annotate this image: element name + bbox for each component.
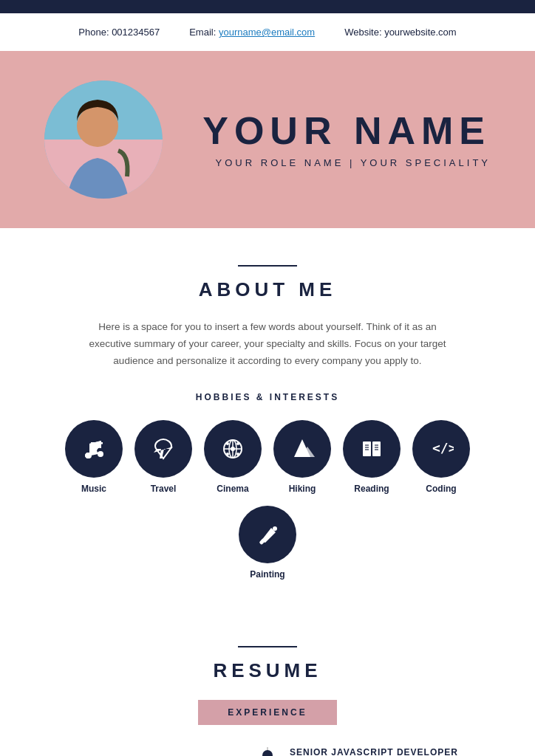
svg-point-13: [236, 442, 239, 445]
resume-section: RESUME EXPERIENCE SENIOR JAVASCRIPT DEVE…: [0, 609, 535, 756]
svg-point-4: [98, 451, 103, 457]
timeline-dot-1: [262, 750, 273, 756]
header-text: YOUR NAME YOUR ROLE NAME | YOUR SPECIALI…: [192, 111, 491, 168]
svg-point-11: [231, 447, 235, 451]
svg-point-12: [226, 442, 229, 445]
phone-text: Phone: 001234567: [78, 27, 160, 38]
experience-badge: EXPERIENCE: [198, 700, 336, 725]
email-label: Email:: [189, 27, 219, 38]
svg-point-29: [273, 526, 277, 531]
svg-text:</>: </>: [432, 440, 454, 456]
about-divider: [238, 265, 297, 267]
svg-point-14: [226, 453, 229, 456]
hobby-coding: </> Coding: [412, 420, 470, 494]
hobby-travel-circle: [134, 420, 192, 478]
hobbies-row: Music Travel: [59, 420, 476, 580]
hobby-painting-circle: [239, 506, 296, 563]
hobby-travel: Travel: [134, 420, 192, 494]
hobby-hiking-circle: [273, 420, 331, 478]
job-title-1: SENIOR JAVASCRIPT DEVELOPER: [290, 747, 476, 756]
hobby-coding-circle: </>: [412, 420, 470, 478]
table-row: SENIOR JAVASCRIPT DEVELOPER Company name…: [59, 747, 476, 756]
hobbies-title: HOBBIES & INTERESTS: [59, 392, 476, 402]
hobby-cinema: Cinema: [204, 420, 262, 494]
svg-point-3: [86, 453, 92, 458]
header-section: YOUR NAME YOUR ROLE NAME | YOUR SPECIALI…: [0, 51, 535, 228]
avatar: [44, 80, 163, 199]
svg-rect-18: [363, 441, 371, 456]
hobby-travel-label: Travel: [151, 484, 177, 494]
hobby-reading: Reading: [343, 420, 401, 494]
about-title: ABOUT ME: [59, 278, 476, 301]
website-text: Website: yourwebsite.com: [344, 27, 457, 38]
header-name: YOUR NAME: [192, 111, 491, 150]
header-role: YOUR ROLE NAME | YOUR SPECIALITY: [192, 157, 491, 168]
hobby-music-circle: [65, 420, 123, 478]
about-body: Here is a space for you to insert a few …: [83, 319, 452, 370]
about-section: ABOUT ME Here is a space for you to inse…: [0, 228, 535, 609]
svg-point-15: [236, 453, 239, 456]
timeline: SENIOR JAVASCRIPT DEVELOPER Company name…: [59, 747, 476, 756]
resume-title: RESUME: [59, 659, 476, 682]
svg-rect-19: [372, 441, 381, 456]
hobby-reading-circle: [343, 420, 401, 478]
email-text: Email: yourname@email.com: [189, 27, 315, 38]
svg-point-2: [77, 106, 118, 147]
hobby-reading-label: Reading: [354, 484, 389, 494]
resume-divider: [238, 646, 297, 647]
hobby-hiking: Hiking: [273, 420, 331, 494]
hobby-cinema-label: Cinema: [217, 484, 248, 494]
hobby-painting-label: Painting: [250, 569, 284, 580]
hobby-coding-label: Coding: [426, 484, 456, 494]
email-link[interactable]: yourname@email.com: [219, 27, 315, 38]
svg-rect-6: [91, 442, 103, 444]
hobby-music: Music: [65, 420, 123, 494]
hobby-cinema-circle: [204, 420, 262, 478]
timeline-right-1: SENIOR JAVASCRIPT DEVELOPER Company name…: [268, 747, 476, 756]
top-bar: [0, 0, 535, 13]
contact-row: Phone: 001234567 Email: yourname@email.c…: [0, 13, 535, 51]
hobby-hiking-label: Hiking: [289, 484, 316, 494]
hobby-music-label: Music: [81, 484, 106, 494]
hobby-painting: Painting: [239, 506, 296, 580]
